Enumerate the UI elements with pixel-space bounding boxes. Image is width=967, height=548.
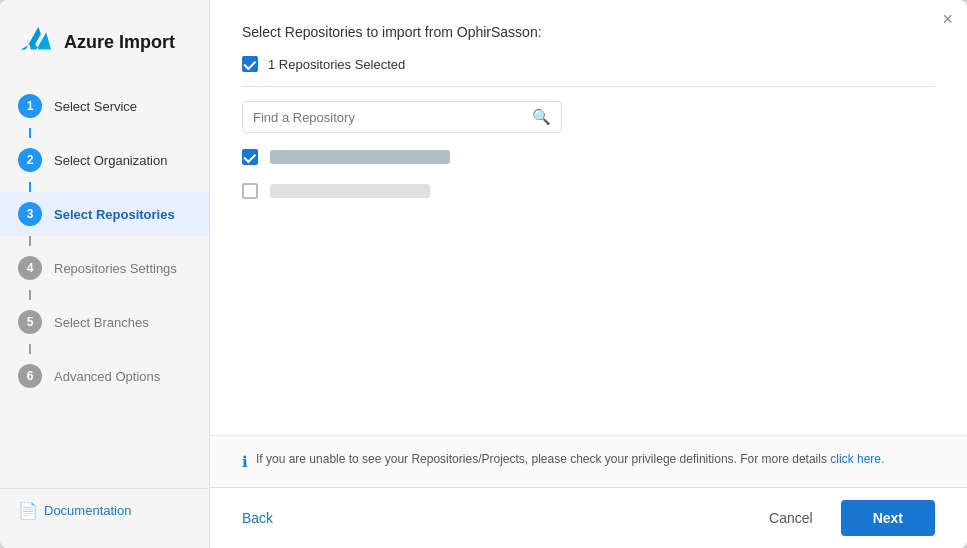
sidebar-item-repositories-settings[interactable]: 4 Repositories Settings bbox=[0, 246, 209, 290]
sidebar-item-select-repositories[interactable]: 3 Select Repositories bbox=[0, 192, 209, 236]
sidebar-item-select-branches[interactable]: 5 Select Branches bbox=[0, 300, 209, 344]
step-6-label: Advanced Options bbox=[54, 369, 160, 384]
step-5-label: Select Branches bbox=[54, 315, 149, 330]
step-2-label: Select Organization bbox=[54, 153, 167, 168]
repo-2-checkbox[interactable] bbox=[242, 183, 258, 199]
sidebar: Azure Import 1 Select Service 2 Select O… bbox=[0, 0, 210, 548]
info-icon: ℹ bbox=[242, 453, 248, 471]
step-2-circle: 2 bbox=[18, 148, 42, 172]
step-1-circle: 1 bbox=[18, 94, 42, 118]
sidebar-item-select-organization[interactable]: 2 Select Organization bbox=[0, 138, 209, 182]
select-all-label: 1 Repositories Selected bbox=[268, 57, 405, 72]
repo-1-bar bbox=[270, 150, 450, 164]
step-1-label: Select Service bbox=[54, 99, 137, 114]
cancel-button[interactable]: Cancel bbox=[753, 502, 829, 534]
step-4-label: Repositories Settings bbox=[54, 261, 177, 276]
search-icon: 🔍 bbox=[532, 108, 551, 126]
step-4-circle: 4 bbox=[18, 256, 42, 280]
step-connector-5-6 bbox=[29, 344, 31, 354]
step-3-label: Select Repositories bbox=[54, 207, 175, 222]
main-body: Select Repositories to import from Ophir… bbox=[210, 0, 967, 435]
sidebar-logo: Azure Import bbox=[0, 24, 209, 84]
step-connector-2-3 bbox=[29, 182, 31, 192]
table-row[interactable] bbox=[242, 145, 935, 169]
doc-label: Documentation bbox=[44, 503, 131, 518]
step-connector-1-2 bbox=[29, 128, 31, 138]
select-all-row: 1 Repositories Selected bbox=[242, 56, 935, 87]
sidebar-item-select-service[interactable]: 1 Select Service bbox=[0, 84, 209, 128]
sidebar-item-advanced-options[interactable]: 6 Advanced Options bbox=[0, 354, 209, 398]
repo-2-bar bbox=[270, 184, 430, 198]
step-3-circle: 3 bbox=[18, 202, 42, 226]
dialog-body: Azure Import 1 Select Service 2 Select O… bbox=[0, 0, 967, 548]
step-6-circle: 6 bbox=[18, 364, 42, 388]
azure-import-dialog: × Azure Import bbox=[0, 0, 967, 548]
step-connector-4-5 bbox=[29, 290, 31, 300]
step-connector-3-4 bbox=[29, 236, 31, 246]
info-text: If you are unable to see your Repositori… bbox=[256, 452, 935, 466]
sidebar-title: Azure Import bbox=[64, 32, 175, 53]
search-bar: 🔍 bbox=[242, 101, 562, 133]
main-content: Select Repositories to import from Ophir… bbox=[210, 0, 967, 548]
documentation-link[interactable]: 📄 Documentation bbox=[0, 488, 209, 532]
next-button[interactable]: Next bbox=[841, 500, 935, 536]
doc-icon: 📄 bbox=[18, 501, 38, 520]
select-all-checkbox[interactable] bbox=[242, 56, 258, 72]
repo-list bbox=[242, 145, 935, 203]
table-row[interactable] bbox=[242, 179, 935, 203]
footer-right: Cancel Next bbox=[753, 500, 935, 536]
info-bar: ℹ If you are unable to see your Reposito… bbox=[210, 435, 967, 487]
back-button[interactable]: Back bbox=[242, 504, 273, 532]
azure-logo-icon bbox=[18, 24, 54, 60]
repo-1-checkbox[interactable] bbox=[242, 149, 258, 165]
sidebar-steps: 1 Select Service 2 Select Organization 3… bbox=[0, 84, 209, 488]
footer: Back Cancel Next bbox=[210, 487, 967, 548]
search-input[interactable] bbox=[253, 110, 532, 125]
main-title: Select Repositories to import from Ophir… bbox=[242, 24, 935, 40]
close-button[interactable]: × bbox=[942, 10, 953, 28]
click-here-link[interactable]: click here. bbox=[830, 452, 884, 466]
step-5-circle: 5 bbox=[18, 310, 42, 334]
info-message: If you are unable to see your Repositori… bbox=[256, 452, 830, 466]
